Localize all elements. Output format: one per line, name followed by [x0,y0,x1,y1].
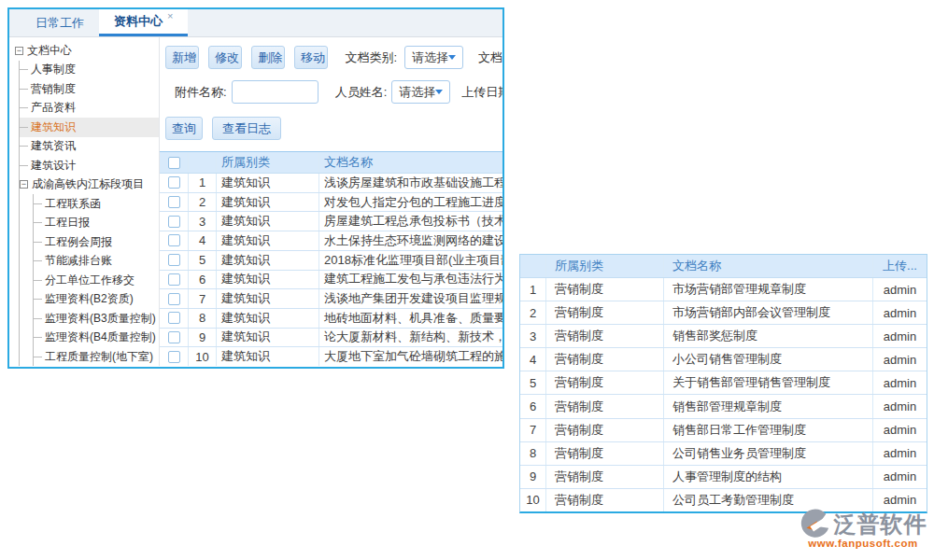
table-row[interactable]: 7 营销制度 销售部日常工作管理制度 admin [520,419,927,442]
table-row[interactable]: 9 营销制度 人事管理制度的结构 admin [520,466,927,489]
row-category: 营销制度 [546,419,664,441]
table-row[interactable]: 3 建筑知识 房屋建筑工程总承包投标书（技术标）... [160,212,502,231]
row-seq: 6 [189,271,217,289]
table-row[interactable]: 8 营销制度 公司销售业务员管理制度 admin [520,442,927,466]
tree-label: 工程例会周报 [45,234,112,250]
row-category: 营销制度 [546,489,664,511]
row-checkbox[interactable] [168,273,180,286]
view-log-button[interactable]: 查看日志 [212,117,281,140]
tree-item-supervision-b3[interactable]: 监理资料(B3质量控制) [34,309,159,329]
row-seq: 1 [520,278,546,301]
table-row[interactable]: 6 建筑知识 建筑工程施工发包与承包违法行为认定... [160,271,502,290]
row-checkbox[interactable] [168,312,180,324]
person-name-select[interactable]: 请选择 [391,80,450,104]
row-checkbox[interactable] [168,176,180,189]
row-category: 建筑知识 [217,251,319,270]
row-doc-name: 房屋建筑工程总承包投标书（技术标）... [319,213,502,230]
tree-label: 工程质量控制(地下室) [45,349,153,365]
table-row[interactable]: 3 营销制度 销售部奖惩制度 admin [520,325,927,348]
tree-item-construction-design[interactable]: 建筑设计 [20,156,159,175]
collapse-icon[interactable]: − [20,180,28,189]
row-doc-name: 大厦地下室加气砼墙砌筑工程的施工方... [319,348,502,365]
row-checkbox[interactable] [168,293,180,305]
tree-connector [34,318,42,319]
tree-item-project-daily-report[interactable]: 工程日报 [34,214,159,233]
row-checkbox[interactable] [168,351,180,363]
query-button[interactable]: 查询 [165,117,203,140]
row-checkbox[interactable] [168,234,180,246]
row-checkbox[interactable] [168,254,180,266]
add-button[interactable]: 新增 [165,46,199,69]
table-row[interactable]: 1 营销制度 市场营销部管理规章制度 admin [520,278,927,301]
select-all-checkbox[interactable] [168,157,180,169]
tree-connector [34,203,42,204]
tree-item-construction-knowledge[interactable]: 建筑知识 [20,118,159,137]
tree-item-project-weekly-meeting[interactable]: 工程例会周报 [34,232,159,252]
tree-node-project[interactable]: − 成渝高铁内江标段项目 [20,175,159,195]
delete-button[interactable]: 删除 [251,46,285,69]
tree-node-document-center[interactable]: − 文档中心 [15,41,159,61]
row-uploader: admin [873,376,927,390]
tree-item-quality-basement[interactable]: 工程质量控制(地下室) [34,347,159,366]
row-checkbox[interactable] [168,331,180,343]
tree-label: 成渝高铁内江标段项目 [32,176,144,192]
table-row[interactable]: 4 建筑知识 水土保持生态环境监测网络的建设与资... [160,231,502,251]
tree-label: 监理资料(B4质量控制) [45,329,156,345]
attachment-name-input[interactable] [232,80,318,104]
tree-connector [34,222,42,223]
tree-item-project-contact-letter[interactable]: 工程联系函 [34,194,159,214]
edit-button[interactable]: 修改 [208,46,242,69]
doc-name-header: 文档名称 [319,154,502,171]
row-doc-name: 销售部管理规章制度 [664,395,873,417]
tree-item-hr-policy[interactable]: 人事制度 [20,61,159,80]
table-row[interactable]: 2 建筑知识 对发包人指定分包的工程施工进度安排... [160,193,502,213]
tree-connector [34,242,42,243]
row-doc-name: 人事管理制度的结构 [664,466,873,488]
row-uploader: admin [873,493,927,507]
row-uploader: admin [873,423,927,437]
table-row[interactable]: 7 建筑知识 浅谈地产集团开发建设项目监理规划编... [160,289,502,309]
collapse-icon[interactable]: − [15,47,23,55]
row-seq: 4 [520,348,546,371]
table-row[interactable]: 5 建筑知识 2018标准化监理项目部(业主项目部)人员... [160,251,502,271]
tree-label: 营销制度 [31,81,76,97]
row-category: 建筑知识 [217,271,319,289]
row-doc-name: 小公司销售管理制度 [664,348,873,371]
table-row[interactable]: 8 建筑知识 地砖地面材料、机具准备、质量要求及... [160,309,502,329]
row-uploader: admin [873,329,927,343]
row-category: 建筑知识 [217,231,319,250]
table-row[interactable]: 4 营销制度 小公司销售管理制度 admin [520,348,927,371]
tree-connector [34,357,42,357]
tree-item-supervision-b4[interactable]: 监理资料(B4质量控制) [34,329,159,348]
tree-item-energy-ledger[interactable]: 节能减排台账 [34,252,159,272]
doc-category-select[interactable]: 请选择 [404,46,463,69]
table-row[interactable]: 2 营销制度 市场营销部内部会议管理制度 admin [520,301,927,325]
table-row[interactable]: 1 建筑知识 浅谈房屋建筑和市政基础设施工程施工... [160,174,502,193]
row-seq: 5 [189,251,217,270]
tree-connector [20,107,28,108]
table-row[interactable]: 9 建筑知识 论大厦新材料、新结构、新技术，新工... [160,329,502,348]
tab-daily-work[interactable]: 日常工作 [21,9,99,36]
tree-item-supervision-b2[interactable]: 监理资料(B2资质) [34,290,159,310]
move-button[interactable]: 移动 [294,46,328,69]
tree-item-marketing-policy[interactable]: 营销制度 [20,79,159,99]
tree-label: 文档中心 [27,43,72,59]
tree-item-product-data[interactable]: 产品资料 [20,99,159,119]
tree-label: 工程日报 [45,215,90,231]
tree-item-construction-news[interactable]: 建筑资讯 [20,137,159,157]
row-category: 营销制度 [546,371,664,394]
row-checkbox[interactable] [168,196,180,208]
select-value: 请选择 [399,84,435,101]
table-row[interactable]: 5 营销制度 关于销售部管理销售管理制度 admin [520,371,927,395]
row-doc-name: 论大厦新材料、新结构、新技术，新工... [319,329,502,345]
table-row[interactable]: 6 营销制度 销售部管理规章制度 admin [520,395,927,418]
table-row[interactable]: 10 建筑知识 大厦地下室加气砼墙砌筑工程的施工方... [160,347,502,366]
tree-connector [34,337,42,338]
close-icon[interactable]: × [167,10,173,21]
row-seq: 8 [189,309,217,328]
tree-item-work-transfer[interactable]: 分工单位工作移交 [34,271,159,290]
tab-data-center[interactable]: 资料中心 × [99,9,188,36]
row-checkbox[interactable] [168,216,180,228]
seq-header [520,255,546,277]
logo-text: 泛普软件 [834,510,927,539]
